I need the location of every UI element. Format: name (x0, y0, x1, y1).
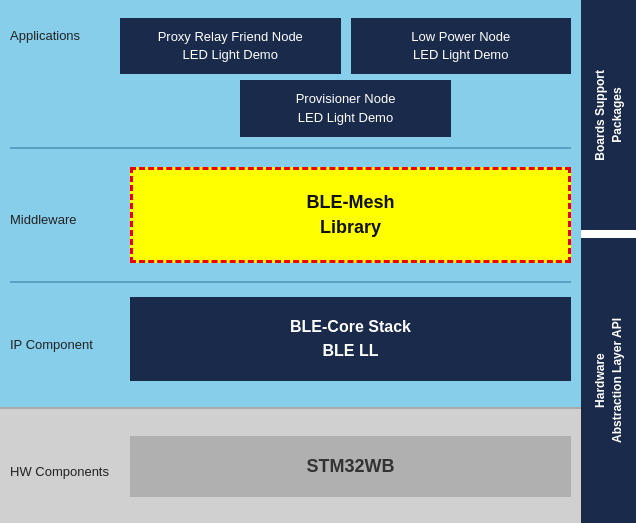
applications-row: Applications Proxy Relay Friend NodeLED … (10, 8, 571, 147)
middleware-label: Middleware (10, 202, 120, 227)
right-sidebar: Boards SupportPackages HardwareAbstracti… (581, 0, 636, 523)
hal-text: HardwareAbstraction Layer API (592, 318, 626, 443)
middleware-row: Middleware BLE-MeshLibrary (10, 149, 571, 281)
main-area: Applications Proxy Relay Friend NodeLED … (0, 0, 581, 523)
app-top-row: Proxy Relay Friend NodeLED Light Demo Lo… (120, 18, 571, 74)
ble-core-box: BLE-Core StackBLE LL (130, 297, 571, 381)
stm32wb-text: STM32WB (306, 456, 394, 476)
diagram-container: Applications Proxy Relay Friend NodeLED … (0, 0, 636, 523)
sidebar-gap (581, 230, 636, 238)
app-boxes: Proxy Relay Friend NodeLED Light Demo Lo… (120, 18, 571, 137)
proxy-relay-box: Proxy Relay Friend NodeLED Light Demo (120, 18, 341, 74)
hw-components-label: HW Components (10, 454, 120, 479)
ble-mesh-box: BLE-MeshLibrary (130, 167, 571, 263)
ip-row: IP Component BLE-Core StackBLE LL (10, 283, 571, 399)
low-power-text: Low Power NodeLED Light Demo (411, 29, 510, 62)
hal-sidebar: HardwareAbstraction Layer API (581, 238, 636, 523)
blue-section: Applications Proxy Relay Friend NodeLED … (0, 0, 581, 407)
stm32wb-box: STM32WB (130, 436, 571, 497)
hw-section: HW Components STM32WB (0, 409, 581, 523)
proxy-relay-text: Proxy Relay Friend NodeLED Light Demo (158, 29, 303, 62)
ip-component-label: IP Component (10, 327, 120, 352)
boards-support-text: Boards SupportPackages (592, 70, 626, 161)
low-power-box: Low Power NodeLED Light Demo (351, 18, 572, 74)
provisioner-text: Provisioner NodeLED Light Demo (296, 91, 396, 124)
provisioner-box: Provisioner NodeLED Light Demo (240, 80, 452, 136)
provisioner-row: Provisioner NodeLED Light Demo (120, 80, 571, 136)
ble-mesh-text: BLE-MeshLibrary (306, 192, 394, 237)
applications-label: Applications (10, 18, 120, 43)
ble-core-text: BLE-Core StackBLE LL (290, 318, 411, 359)
boards-support-sidebar: Boards SupportPackages (581, 0, 636, 230)
